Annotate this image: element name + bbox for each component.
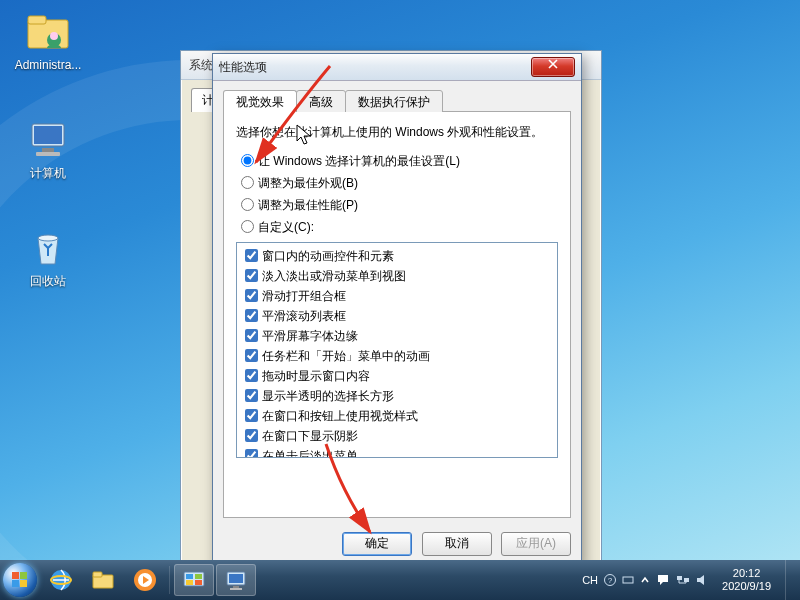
taskbar-explorer[interactable]	[83, 564, 123, 596]
effect-item[interactable]: 窗口内的动画控件和元素	[241, 246, 553, 265]
clock-date: 2020/9/19	[722, 580, 771, 593]
svg-point-3	[50, 32, 58, 40]
effect-checkbox[interactable]	[245, 369, 258, 382]
wmp-icon	[132, 567, 158, 593]
radio-input-performance[interactable]	[241, 198, 254, 211]
svg-rect-10	[20, 572, 27, 579]
radio-input-custom[interactable]	[241, 220, 254, 233]
effect-item[interactable]: 平滑屏幕字体边缘	[241, 326, 553, 345]
svg-rect-22	[186, 580, 193, 585]
desktop: Administra... 计算机 回收站 系统 计 性能选项 视觉效果高级数据…	[0, 0, 800, 600]
svg-point-8	[38, 235, 58, 241]
taskbar-app-2[interactable]	[216, 564, 256, 596]
settings-radio-group: 让 Windows 选择计算机的最佳设置(L)调整为最佳外观(B)调整为最佳性能…	[236, 151, 558, 236]
svg-rect-32	[684, 578, 689, 582]
tray-help-icon[interactable]: ?	[604, 574, 616, 586]
radio-input-let[interactable]	[241, 154, 254, 167]
tray-action-center-icon[interactable]	[656, 574, 670, 586]
svg-rect-21	[195, 574, 202, 579]
taskbar-clock[interactable]: 20:12 2020/9/19	[714, 567, 779, 593]
effect-checkbox[interactable]	[245, 269, 258, 282]
effect-item[interactable]: 显示半透明的选择长方形	[241, 386, 553, 405]
ime-indicator[interactable]: CH	[582, 574, 598, 586]
effect-item[interactable]: 任务栏和「开始」菜单中的动画	[241, 346, 553, 365]
svg-rect-16	[93, 572, 102, 577]
effect-item[interactable]: 淡入淡出或滑动菜单到视图	[241, 266, 553, 285]
svg-rect-11	[12, 580, 19, 587]
description-text: 选择你想在此计算机上使用的 Windows 外观和性能设置。	[236, 124, 558, 141]
taskbar: CH ? 20:12 2020/9/19	[0, 560, 800, 600]
desktop-icon-recycle[interactable]: 回收站	[10, 224, 86, 288]
tray-volume-icon[interactable]	[696, 574, 708, 586]
taskbar-media-player[interactable]	[125, 564, 165, 596]
effect-checkbox[interactable]	[245, 409, 258, 422]
effect-checkbox[interactable]	[245, 349, 258, 362]
performance-options-dialog: 性能选项 视觉效果高级数据执行保护 选择你想在此计算机上使用的 Windows …	[212, 53, 582, 567]
taskbar-app-1[interactable]	[174, 564, 214, 596]
effect-checkbox[interactable]	[245, 249, 258, 262]
control-panel-icon	[181, 567, 207, 593]
system-icon	[223, 567, 249, 593]
desktop-icon-label: 计算机	[10, 166, 86, 180]
desktop-icon-computer[interactable]: 计算机	[10, 116, 86, 180]
tray-network-icon[interactable]	[676, 574, 690, 586]
tab-strip: 视觉效果高级数据执行保护	[223, 89, 571, 112]
effect-item[interactable]: 在窗口和按钮上使用视觉样式	[241, 406, 553, 425]
effect-item[interactable]: 拖动时显示窗口内容	[241, 366, 553, 385]
effect-checkbox[interactable]	[245, 289, 258, 302]
effect-checkbox[interactable]	[245, 449, 258, 458]
desktop-icon-label: 回收站	[10, 274, 86, 288]
svg-rect-23	[195, 580, 202, 585]
start-button[interactable]	[0, 560, 40, 600]
taskbar-separator	[169, 566, 170, 594]
close-button[interactable]	[531, 57, 575, 77]
tab-page-visual-effects: 选择你想在此计算机上使用的 Windows 外观和性能设置。 让 Windows…	[223, 112, 571, 518]
effect-item[interactable]: 滑动打开组合框	[241, 286, 553, 305]
svg-rect-20	[186, 574, 193, 579]
effect-checkbox[interactable]	[245, 389, 258, 402]
effect-checkbox[interactable]	[245, 429, 258, 442]
svg-rect-12	[20, 580, 27, 587]
dialog-titlebar[interactable]: 性能选项	[213, 54, 581, 81]
start-orb-icon	[3, 563, 37, 597]
effect-checkbox[interactable]	[245, 309, 258, 322]
system-tray: CH ? 20:12 2020/9/19	[578, 560, 800, 600]
radio-appearance[interactable]: 调整为最佳外观(B)	[236, 173, 558, 192]
svg-rect-25	[229, 574, 243, 583]
desktop-icon-label: Administra...	[10, 58, 86, 72]
svg-rect-30	[623, 577, 633, 583]
svg-rect-1	[28, 16, 46, 24]
svg-rect-7	[36, 152, 60, 156]
desktop-icon-administrator[interactable]: Administra...	[10, 8, 86, 72]
svg-rect-9	[12, 572, 19, 579]
folder-icon	[90, 567, 116, 593]
close-icon	[547, 59, 559, 69]
cancel-button[interactable]: 取消	[422, 532, 492, 556]
ie-icon	[48, 567, 74, 593]
effect-item[interactable]: 在窗口下显示阴影	[241, 426, 553, 445]
radio-let[interactable]: 让 Windows 选择计算机的最佳设置(L)	[236, 151, 558, 170]
show-desktop-button[interactable]	[785, 560, 796, 600]
svg-rect-27	[230, 588, 242, 590]
dialog-title: 性能选项	[219, 59, 531, 76]
effect-item[interactable]: 在单击后淡出菜单	[241, 446, 553, 458]
apply-button[interactable]: 应用(A)	[501, 532, 571, 556]
effect-checkbox[interactable]	[245, 329, 258, 342]
svg-rect-5	[34, 126, 62, 144]
tray-keyboard-icon[interactable]	[622, 574, 634, 586]
svg-text:?: ?	[608, 576, 613, 585]
effect-item[interactable]: 平滑滚动列表框	[241, 306, 553, 325]
effects-listbox[interactable]: 窗口内的动画控件和元素淡入淡出或滑动菜单到视图滑动打开组合框平滑滚动列表框平滑屏…	[236, 242, 558, 458]
ok-button[interactable]: 确定	[342, 532, 412, 556]
radio-performance[interactable]: 调整为最佳性能(P)	[236, 195, 558, 214]
radio-custom[interactable]: 自定义(C):	[236, 217, 558, 236]
taskbar-ie[interactable]	[41, 564, 81, 596]
radio-input-appearance[interactable]	[241, 176, 254, 189]
clock-time: 20:12	[722, 567, 771, 580]
computer-icon	[24, 116, 72, 164]
recycle-bin-icon	[24, 224, 72, 272]
tray-chevron-icon[interactable]	[640, 574, 650, 586]
svg-rect-6	[42, 148, 54, 152]
button-row: 确定 取消 应用(A)	[336, 532, 571, 556]
folder-user-icon	[24, 8, 72, 56]
